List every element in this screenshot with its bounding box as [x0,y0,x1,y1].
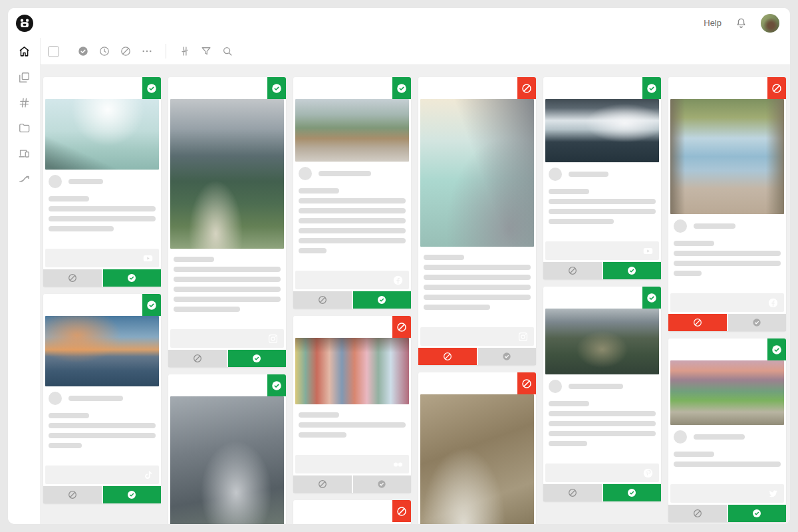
post-image-rocky-cliffs[interactable] [170,396,284,524]
toolbar-filter-button[interactable] [200,45,212,57]
platform-strip [170,329,284,348]
approve-button[interactable] [728,505,787,522]
text-title-placeholder [549,189,589,194]
reject-button[interactable] [668,314,727,331]
card-body [43,170,161,231]
sidebar-item-devices[interactable] [8,140,40,166]
content-card-c6a [668,77,786,331]
notifications-bell-icon[interactable] [735,17,747,29]
sidebar-item-home[interactable] [8,38,40,65]
toolbar-adjustments-button[interactable] [179,45,191,57]
mascot-logo-icon[interactable] [16,15,33,32]
text-line-placeholder [174,277,281,282]
reject-button[interactable] [293,475,352,493]
approve-button[interactable] [103,486,162,503]
card-top [293,77,411,99]
sidebar-item-tags[interactable] [8,90,40,115]
card-top [543,287,661,309]
content-card-c3a [293,77,411,309]
approve-button[interactable] [728,314,787,331]
author-row [299,167,406,180]
post-image-goat-on-rocks[interactable] [420,394,534,524]
text-title-placeholder [49,413,89,418]
tiktok-icon [142,469,154,481]
approve-button[interactable] [603,262,662,279]
status-badge-rejected [392,500,411,522]
post-image-cattle-drive[interactable] [295,99,409,162]
content-card-c4a [418,77,536,365]
content-card-c3c [293,500,411,524]
post-image-colorful-houses[interactable] [295,338,409,404]
approve-button[interactable] [103,269,162,287]
reject-button[interactable] [668,505,727,522]
author-avatar [549,380,562,393]
post-image-lake-sunrise-pier[interactable] [45,99,159,170]
reject-button[interactable] [43,486,102,503]
reject-button[interactable] [168,350,227,367]
post-image-sunset-mountain-lake[interactable] [45,316,159,386]
post-image-cliff-road[interactable] [420,99,534,247]
toolbar-rejected-filter-button[interactable] [120,45,132,57]
reject-button[interactable] [543,484,602,501]
text-line-placeholder [49,206,156,211]
author-name-placeholder [68,179,103,184]
text-title-placeholder [424,255,464,260]
author-row [549,168,656,181]
approve-button[interactable] [228,350,287,367]
toolbar-pending-filter-button[interactable] [98,45,110,57]
card-body [43,386,161,448]
status-badge-approved [642,287,661,309]
post-image-suspension-bridge[interactable] [545,309,659,374]
hashtag-icon [18,96,31,109]
card-top [418,77,536,99]
sidebar-item-folders[interactable] [8,115,40,140]
sidebar [8,38,40,524]
text-title-placeholder [174,257,214,262]
user-avatar[interactable] [761,14,779,33]
approve-button[interactable] [353,291,412,309]
text-line-placeholder [424,275,531,280]
card-body [418,247,536,310]
content-card-c4b [418,372,536,524]
text-line-placeholder [424,285,531,290]
post-image-alpine-village-sunset[interactable] [670,360,784,425]
card-top [293,316,411,338]
reject-button[interactable] [543,262,602,279]
card-top [43,77,161,99]
analytics-icon [18,172,31,185]
post-image-mountain-valley-path[interactable] [170,99,284,249]
reject-button[interactable] [293,291,352,309]
author-avatar [674,430,687,444]
post-image-clouds-over-lake[interactable] [545,99,659,162]
author-row [674,430,781,444]
card-body [293,404,411,438]
approve-button[interactable] [353,475,412,493]
main-area [40,38,790,524]
text-line-placeholder [174,307,240,312]
text-title-placeholder [674,241,714,246]
approve-button[interactable] [478,348,537,365]
sidebar-item-analytics[interactable] [8,166,40,191]
approve-button[interactable] [603,484,662,501]
post-image-lake-promenade-steamboat[interactable] [670,99,784,214]
author-avatar [299,167,312,180]
content-card-c1b [43,294,161,503]
moderation-actions [168,350,286,367]
toolbar-approved-filter-button[interactable] [77,45,89,57]
text-line-placeholder [174,297,281,302]
toolbar-search-button[interactable] [221,45,233,57]
text-line-placeholder [549,209,656,214]
reject-button[interactable] [418,348,477,365]
status-filter-group [72,45,158,57]
select-all-checkbox[interactable] [48,46,59,57]
card-top [168,77,286,99]
text-line-placeholder [424,305,490,310]
help-link[interactable]: Help [704,18,722,28]
sidebar-item-collections[interactable] [8,65,40,90]
text-line-placeholder [424,265,531,270]
toolbar-more-actions-button[interactable] [141,45,153,57]
reject-button[interactable] [43,269,102,287]
cards-grid [43,77,786,524]
home-icon [18,45,31,58]
content-card-c2a [168,77,286,367]
